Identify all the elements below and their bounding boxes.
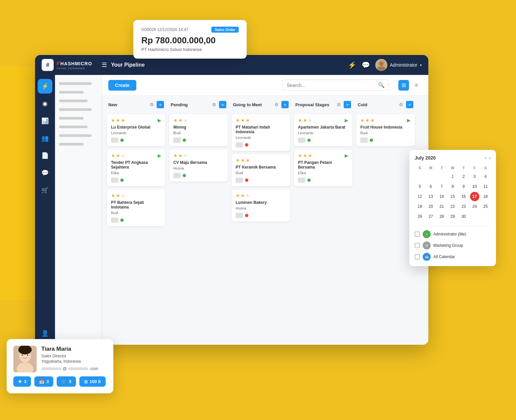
card-thumb — [173, 173, 181, 178]
sidebar-item-chat[interactable]: 💬 — [38, 166, 52, 180]
cal-option-admin[interactable]: A Administrator (Me) — [415, 230, 491, 238]
hamburger-icon[interactable]: ☰ — [102, 61, 107, 69]
cal-day-15[interactable]: 15 — [448, 192, 457, 201]
star-1: ★ — [298, 153, 302, 158]
card-stars: ★ ★ ★ — [111, 193, 161, 198]
dow-m: M — [426, 165, 436, 171]
cal-avatar-marketing: M — [423, 241, 431, 249]
column-new-add-button[interactable]: + — [157, 101, 164, 108]
cal-day-21[interactable]: 21 — [437, 202, 446, 211]
card-mining[interactable]: ★ ★ ★ Mining Budi — [169, 114, 228, 146]
column-pending-gear-icon[interactable]: ⚙ — [212, 102, 216, 107]
cal-day-9[interactable]: 9 — [459, 182, 468, 191]
cal-day-23[interactable]: 23 — [459, 202, 468, 211]
cal-day-20[interactable]: 20 — [426, 202, 435, 211]
sidebar-item-circle[interactable]: ◉ — [38, 96, 52, 111]
cal-day-7[interactable]: 7 — [437, 182, 446, 191]
star-3: ★ — [121, 118, 125, 123]
search-input[interactable] — [287, 83, 378, 88]
status-dot — [120, 139, 124, 142]
column-going-gear-icon[interactable]: ⚙ — [274, 102, 279, 107]
cal-checkbox-marketing[interactable] — [415, 243, 420, 248]
cal-day-22[interactable]: 22 — [448, 202, 457, 211]
card-pt-bahtera[interactable]: ★ ★ ★ PT Bahtera Sejati Indotama Budi — [107, 190, 165, 226]
card-apartemen[interactable]: ★ ★ ★ ▶ Apartemen Jakarta Barat Leonardo — [294, 114, 352, 146]
cal-day-5[interactable]: 5 — [415, 182, 424, 191]
cal-next-button[interactable]: › — [489, 155, 491, 161]
cal-prev-button[interactable]: ‹ — [485, 155, 487, 161]
card-lu-enterprise[interactable]: ★ ★ ★ ▶ Lu Enterprise Global Leonardo — [107, 114, 165, 146]
sidebar-item-document[interactable]: 📄 — [38, 148, 52, 163]
card-footer — [111, 217, 161, 223]
cal-day-3[interactable]: 3 — [470, 172, 479, 181]
cal-day-29[interactable]: 29 — [448, 212, 457, 221]
cal-day-30[interactable]: 30 — [459, 212, 468, 221]
star-1: ★ — [111, 193, 115, 198]
stat-btn-stars[interactable]: ★ 3 — [13, 376, 31, 387]
dow-t1: T — [437, 165, 447, 171]
stat-btn-cart[interactable]: 🛒 3 — [57, 376, 76, 387]
cal-day-17[interactable]: 17 — [470, 192, 479, 201]
sidebar-item-chart[interactable]: 📊 — [38, 114, 52, 128]
cal-day-4[interactable]: 4 — [481, 172, 490, 181]
cal-day-13[interactable]: 13 — [426, 192, 435, 201]
sub-item-7 — [59, 134, 92, 137]
card-tender-pt[interactable]: ★ ★ ★ ▶ Tender PT Angkasa Sejahtera Elik… — [107, 150, 165, 186]
cal-day-18[interactable]: 18 — [481, 192, 490, 201]
column-cold-gear-icon[interactable]: ⚙ — [399, 102, 403, 107]
cal-day-26[interactable]: 26 — [415, 212, 424, 221]
column-going-add-button[interactable]: + — [281, 101, 289, 108]
status-dot — [307, 139, 311, 142]
card-fruit-house[interactable]: ★ ★ ★ ▶ Fruit House Indonesia Budi — [356, 114, 415, 146]
hash-symbol: # — [46, 62, 49, 69]
cal-day-8[interactable]: 8 — [448, 182, 457, 191]
cal-day-19[interactable]: 19 — [415, 202, 424, 211]
column-cold-header: Cold ⚙ + — [356, 101, 415, 111]
cal-checkbox-admin[interactable] — [415, 231, 420, 237]
status-dot — [245, 143, 248, 147]
stat-btn-score[interactable]: ◎ 100 S — [79, 376, 106, 387]
chat-icon[interactable]: 💬 — [362, 61, 370, 69]
sidebar-item-profile[interactable]: 👤 — [38, 326, 52, 341]
column-proposal-add-button[interactable]: + — [344, 101, 351, 108]
sidebar-item-cart[interactable]: 🛒 — [38, 183, 52, 198]
card-pt-pangan[interactable]: ★ ★ ★ ▶ PT Pangan Petani Bersama Elika — [294, 150, 352, 186]
cal-day-12[interactable]: 12 — [415, 192, 424, 201]
stat-btn-calendar[interactable]: 📅 3 — [34, 376, 53, 387]
cal-day-11[interactable]: 11 — [481, 182, 490, 191]
cal-day-27[interactable]: 27 — [426, 212, 435, 221]
lightning-icon[interactable]: ⚡ — [348, 61, 356, 69]
create-button[interactable]: Create — [108, 80, 136, 91]
card-pt-matahari[interactable]: ★ ★ ★ PT Matahari Indah Indonesia Leonar… — [232, 114, 290, 151]
cal-day-1[interactable]: 1 — [448, 172, 457, 181]
admin-area[interactable]: Administrator ▾ — [375, 59, 422, 71]
card-cv-maju[interactable]: ★ ★ ★ CV Maju Bersama Husna — [169, 150, 228, 182]
cal-day-6[interactable]: 6 — [426, 182, 435, 191]
card-stars: ★ ★ ★ — [236, 158, 286, 163]
column-proposal-gear-icon[interactable]: ⚙ — [337, 102, 341, 107]
cal-day-25[interactable]: 25 — [481, 202, 490, 211]
list-view-button[interactable]: ≡ — [411, 80, 422, 91]
cal-day-24[interactable]: 24 — [470, 202, 479, 211]
column-pending-add-button[interactable]: + — [219, 101, 226, 108]
cal-day-2[interactable]: 2 — [459, 172, 468, 181]
status-dot — [307, 179, 311, 182]
dow-s1: S — [415, 165, 425, 171]
cal-day-16[interactable]: 16 — [459, 192, 468, 201]
sidebar-item-lightning[interactable]: ⚡ — [38, 79, 52, 94]
column-new-gear-icon[interactable]: ⚙ — [150, 102, 154, 107]
card-person: Husna — [173, 166, 224, 170]
cal-option-all[interactable]: 📅 All Calendar — [415, 253, 491, 261]
cal-checkbox-all[interactable] — [415, 254, 420, 259]
cal-day-10[interactable]: 10 — [470, 182, 479, 191]
cal-day-28[interactable]: 28 — [437, 212, 446, 221]
card-pt-keramik[interactable]: ★ ★ ★ PT Keramik Bersama Budi — [232, 154, 290, 186]
column-cold-add-button[interactable]: + — [406, 101, 413, 108]
admin-dropdown-icon[interactable]: ▾ — [420, 63, 422, 67]
sidebar-item-users[interactable]: 👥 — [38, 131, 52, 146]
card-luminen[interactable]: ★ ★ ★ Luminen Bakery Husna — [232, 190, 290, 221]
cal-day-14[interactable]: 14 — [437, 192, 446, 201]
card-person: Leonardo — [298, 131, 348, 135]
grid-view-button[interactable]: ⊞ — [398, 80, 409, 91]
cal-option-marketing[interactable]: M Marketing Group — [415, 241, 491, 249]
